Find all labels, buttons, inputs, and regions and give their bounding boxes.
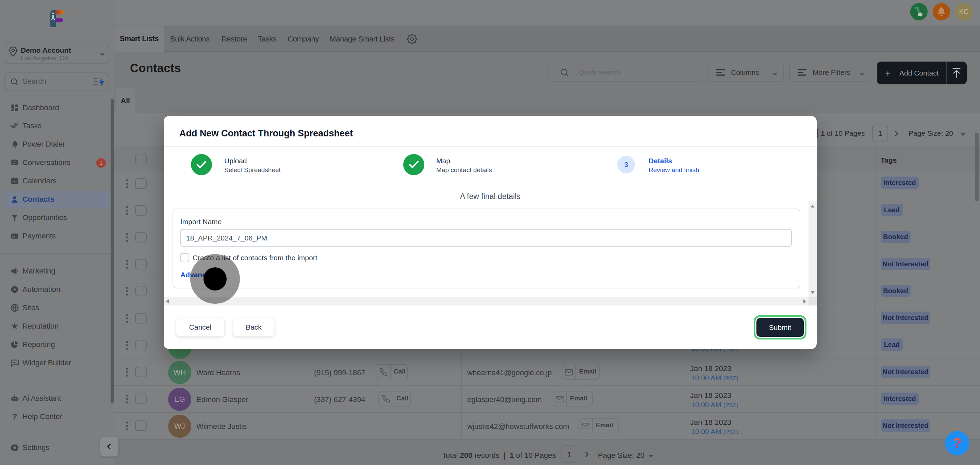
svg-text:?: ? [12,412,18,421]
